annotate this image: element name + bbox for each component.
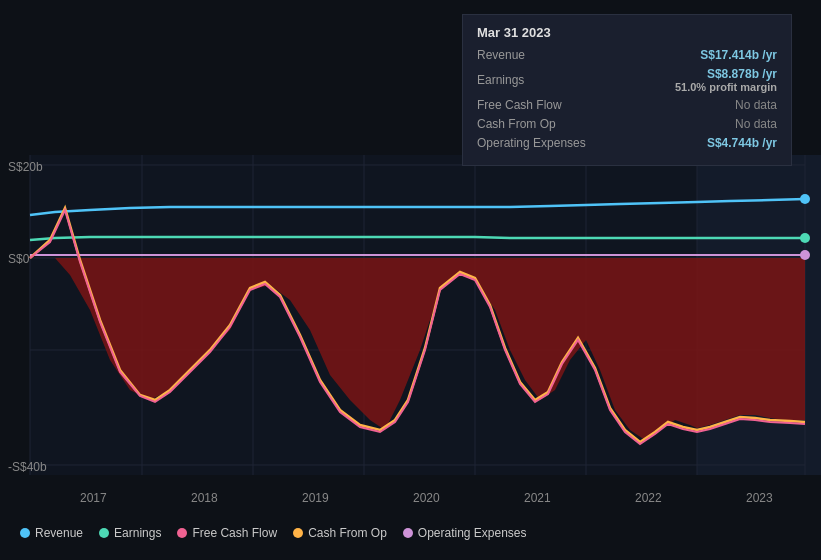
x-label-2022: 2022 [635, 491, 662, 505]
legend-fcf-label: Free Cash Flow [192, 526, 277, 540]
tooltip-revenue-row: Revenue S$17.414b /yr [477, 48, 777, 62]
chart-container: S$20b S$0 -S$40b 2017 2018 2019 2020 202… [0, 0, 821, 560]
legend-cashfromop-dot [293, 528, 303, 538]
legend-opex-label: Operating Expenses [418, 526, 527, 540]
profit-margin: 51.0% profit margin [675, 81, 777, 93]
tooltip-revenue-value: S$17.414b /yr [700, 48, 777, 62]
y-axis-mid: S$0 [8, 252, 29, 266]
legend-revenue-dot [20, 528, 30, 538]
x-label-2019: 2019 [302, 491, 329, 505]
legend-earnings[interactable]: Earnings [99, 526, 161, 540]
chart-legend: Revenue Earnings Free Cash Flow Cash Fro… [20, 526, 527, 540]
svg-point-15 [800, 194, 810, 204]
legend-opex[interactable]: Operating Expenses [403, 526, 527, 540]
tooltip-earnings-label: Earnings [477, 73, 597, 87]
x-label-2018: 2018 [191, 491, 218, 505]
tooltip-cfop-label: Cash From Op [477, 117, 597, 131]
tooltip-fcf-label: Free Cash Flow [477, 98, 597, 112]
legend-earnings-dot [99, 528, 109, 538]
tooltip-date: Mar 31 2023 [477, 25, 777, 40]
legend-opex-dot [403, 528, 413, 538]
svg-point-17 [800, 250, 810, 260]
tooltip-earnings-value: S$8.878b /yr 51.0% profit margin [675, 67, 777, 93]
data-tooltip: Mar 31 2023 Revenue S$17.414b /yr Earnin… [462, 14, 792, 166]
x-label-2017: 2017 [80, 491, 107, 505]
legend-revenue-label: Revenue [35, 526, 83, 540]
tooltip-revenue-label: Revenue [477, 48, 597, 62]
legend-fcf-dot [177, 528, 187, 538]
y-axis-high: S$20b [8, 160, 43, 174]
svg-point-16 [800, 233, 810, 243]
legend-cashfromop[interactable]: Cash From Op [293, 526, 387, 540]
legend-fcf[interactable]: Free Cash Flow [177, 526, 277, 540]
tooltip-opex-row: Operating Expenses S$4.744b /yr [477, 136, 777, 150]
legend-earnings-label: Earnings [114, 526, 161, 540]
x-label-2021: 2021 [524, 491, 551, 505]
x-label-2023: 2023 [746, 491, 773, 505]
tooltip-cfop-row: Cash From Op No data [477, 117, 777, 131]
x-label-2020: 2020 [413, 491, 440, 505]
tooltip-opex-label: Operating Expenses [477, 136, 597, 150]
tooltip-opex-value: S$4.744b /yr [707, 136, 777, 150]
tooltip-cfop-value: No data [735, 117, 777, 131]
tooltip-fcf-row: Free Cash Flow No data [477, 98, 777, 112]
legend-revenue[interactable]: Revenue [20, 526, 83, 540]
legend-cashfromop-label: Cash From Op [308, 526, 387, 540]
y-axis-low: -S$40b [8, 460, 47, 474]
tooltip-fcf-value: No data [735, 98, 777, 112]
tooltip-earnings-row: Earnings S$8.878b /yr 51.0% profit margi… [477, 67, 777, 93]
